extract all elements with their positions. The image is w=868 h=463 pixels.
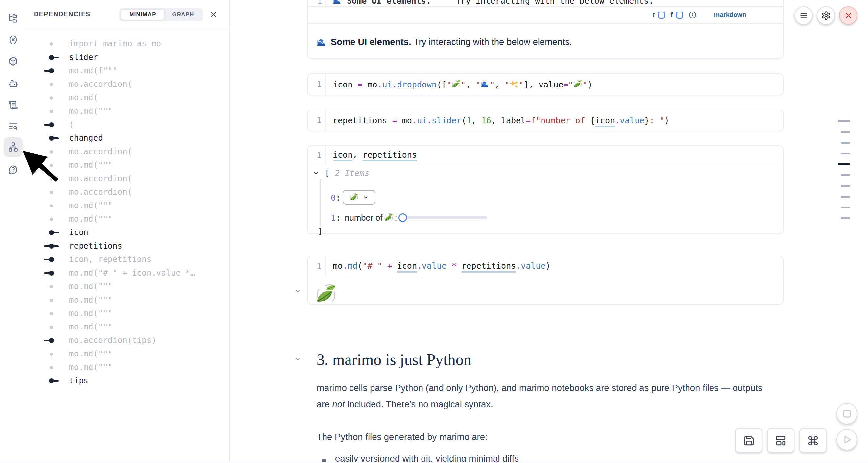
- cell-editor[interactable]: 1 icon, repetitions: [308, 146, 783, 165]
- reactive-checkbox[interactable]: [658, 11, 665, 19]
- code-token: , label: [491, 116, 526, 125]
- close-panel-icon[interactable]: [210, 11, 217, 19]
- scroll-dash[interactable]: [841, 217, 850, 219]
- scroll-text-icon[interactable]: [8, 100, 18, 110]
- minimap-row[interactable]: mo.md(f""": [26, 64, 229, 78]
- code-token: ": [490, 80, 495, 89]
- minimap-row-label: icon, repetitions: [69, 253, 152, 266]
- minimap-row[interactable]: mo.md(""": [26, 320, 229, 334]
- cell-language-label[interactable]: markdown: [714, 11, 746, 19]
- cell-editor[interactable]: 1 icon = mo.ui.dropdown(["", "", ""], va…: [308, 74, 783, 95]
- minimap-row[interactable]: repetitions: [26, 239, 229, 253]
- bot-icon[interactable]: [8, 79, 18, 89]
- close-icon: [844, 11, 853, 20]
- minimap-rows: import marimo as moslidermo.md(f"""mo.ac…: [26, 37, 229, 388]
- scroll-dash[interactable]: [841, 196, 850, 197]
- settings-button[interactable]: [817, 6, 835, 25]
- minimap-row[interactable]: changed: [26, 131, 229, 145]
- scroll-dash[interactable]: [841, 142, 850, 144]
- variable-icon[interactable]: [8, 35, 18, 45]
- minimap-row[interactable]: tips: [26, 374, 229, 388]
- scroll-dash[interactable]: [838, 120, 850, 122]
- package-icon[interactable]: [8, 56, 18, 66]
- code-token: 1: [466, 116, 471, 125]
- minimap-row[interactable]: mo.accordion(: [26, 78, 229, 91]
- frozen-checkbox[interactable]: [676, 11, 683, 19]
- view-toggle: MINIMAP GRAPH: [119, 8, 203, 21]
- tab-graph[interactable]: GRAPH: [165, 9, 202, 20]
- network-icon[interactable]: [8, 142, 18, 152]
- cell-editor[interactable]: 1 mo.md("# " + icon.value * repetitions.…: [308, 256, 783, 277]
- minimap-row[interactable]: mo.md(""": [26, 280, 229, 293]
- code-line: mo.md("# " + icon.value * repetitions.va…: [326, 256, 550, 277]
- minimap-row-label: mo.md(""": [69, 361, 113, 374]
- minimap-row[interactable]: icon: [26, 226, 229, 239]
- code-token: .: [516, 261, 521, 271]
- cell-dot-icon: [26, 185, 69, 199]
- cell-editor[interactable]: 1 Some UI elements. Try interacting with…: [308, 0, 783, 6]
- minimap-row[interactable]: mo.md(""": [26, 347, 229, 361]
- tab-minimap[interactable]: MINIMAP: [121, 9, 165, 20]
- code-token: repetitions: [362, 150, 417, 159]
- italic-not: not: [332, 399, 345, 409]
- code-token: icon: [333, 80, 358, 89]
- help-circle-icon[interactable]: [8, 165, 18, 175]
- line-number: 1: [308, 0, 326, 6]
- dropdown-select[interactable]: [343, 190, 375, 205]
- scroll-dash[interactable]: [841, 174, 850, 176]
- cell-dot-icon: [26, 280, 69, 293]
- save-button[interactable]: [735, 428, 763, 453]
- scroll-dash[interactable]: [841, 207, 850, 208]
- code-token: .: [417, 261, 422, 271]
- minimap-row[interactable]: mo.md(""": [26, 293, 229, 307]
- scroll-dash[interactable]: [841, 153, 850, 154]
- info-icon[interactable]: [689, 11, 696, 19]
- code-token: ui: [382, 80, 392, 89]
- scroll-dash-active[interactable]: [838, 163, 850, 165]
- cell-output: [ 2 Items 0: 1: number of : ]: [308, 165, 783, 234]
- file-tree-icon[interactable]: [8, 13, 18, 23]
- section-collapse-icon[interactable]: [294, 356, 301, 363]
- minimap-row[interactable]: mo.md(""": [26, 212, 229, 226]
- minimap-row[interactable]: mo.md("# " + icon.value *…: [26, 266, 229, 280]
- tree-collapse-icon[interactable]: [313, 170, 319, 176]
- menu-button[interactable]: [794, 6, 813, 25]
- code-token: ,: [471, 116, 482, 125]
- minimap-row[interactable]: mo.md(""": [26, 307, 229, 320]
- scroll-dash[interactable]: [841, 131, 850, 133]
- minimap-row[interactable]: mo.accordion(: [26, 185, 229, 199]
- leaf-emoji: [349, 193, 359, 202]
- minimap-row[interactable]: import marimo as mo: [26, 37, 229, 51]
- stop-icon: [842, 409, 852, 419]
- cell-editor[interactable]: 1 repetitions = mo.ui.slider(1, 16, labe…: [308, 110, 783, 130]
- shutdown-button[interactable]: [839, 6, 858, 25]
- cell-link-icon: [26, 253, 69, 266]
- command-palette-button[interactable]: [799, 428, 827, 453]
- minimap-row[interactable]: mo.md(""": [26, 361, 229, 374]
- minimap-row[interactable]: slider: [26, 51, 229, 64]
- minimap-row[interactable]: mo.accordion(tips): [26, 334, 229, 347]
- output-collapse-icon[interactable]: [294, 287, 301, 295]
- run-button[interactable]: [836, 429, 858, 450]
- cell-output: Some UI elements. Try interacting with t…: [308, 24, 783, 58]
- cell-config-toolbar: r f markdown: [308, 6, 783, 24]
- minimap-row[interactable]: mo.md(""": [26, 104, 229, 118]
- minimap-row-label: mo.md(""": [69, 104, 113, 118]
- slider-track[interactable]: [403, 216, 487, 219]
- stop-button[interactable]: [836, 403, 858, 424]
- code-token: [392, 261, 397, 271]
- cell-dot-icon: [26, 293, 69, 307]
- layout-template-icon: [775, 435, 786, 446]
- minimap-row-label: mo.md(""": [69, 307, 113, 320]
- minimap-row[interactable]: icon, repetitions: [26, 253, 229, 266]
- slider-knob[interactable]: [399, 213, 407, 222]
- text-search-icon[interactable]: [8, 121, 18, 131]
- scroll-dash[interactable]: [841, 185, 850, 187]
- minimap-row[interactable]: mo.md(: [26, 91, 229, 104]
- layout-button[interactable]: [767, 428, 794, 453]
- minimap-row[interactable]: (: [26, 118, 229, 131]
- cell-code-slider: 1 repetitions = mo.ui.slider(1, 16, labe…: [307, 110, 783, 131]
- minimap-row-label: changed: [69, 131, 103, 145]
- minimap-row-label: slider: [69, 51, 98, 64]
- minimap-row[interactable]: mo.md(""": [26, 199, 229, 212]
